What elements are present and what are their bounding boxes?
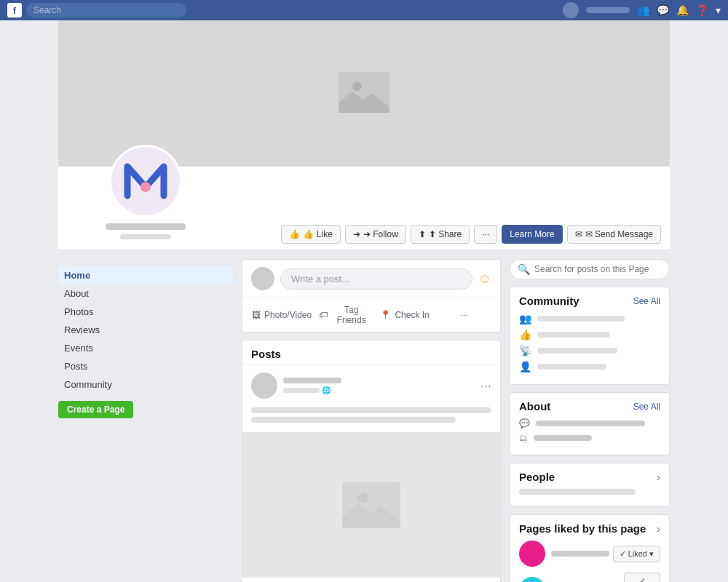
- svg-point-2: [141, 182, 151, 192]
- svg-point-4: [358, 493, 368, 503]
- post-header: 🌐 ···: [251, 372, 491, 399]
- post-author-name-bar: [283, 378, 341, 383]
- follow-button[interactable]: ➜ ➜ Follow: [345, 225, 406, 244]
- svg-point-1: [352, 81, 362, 91]
- like-button[interactable]: 👍 👍 Like: [281, 225, 340, 244]
- tag-friends-button[interactable]: 🏷 Tag Friends: [315, 301, 375, 329]
- community-bar: [537, 316, 625, 322]
- about-see-all[interactable]: See All: [633, 402, 660, 412]
- post-author: 🌐: [251, 372, 341, 399]
- community-bar: [537, 348, 617, 354]
- learn-more-button[interactable]: Learn More: [502, 225, 562, 244]
- liked-button[interactable]: ✓ Liked ▾: [613, 546, 660, 562]
- about-title: About: [519, 400, 550, 412]
- pages-item-left: [519, 577, 624, 582]
- pages-liked-title: Pages liked by this page: [519, 522, 646, 535]
- cover-photo-placeholder-icon: [339, 67, 389, 120]
- people-icon: 👥: [519, 313, 531, 324]
- community-item: 👤: [519, 361, 660, 372]
- composer-avatar: [251, 267, 274, 290]
- page-avatar: [519, 577, 545, 582]
- post-author-avatar: [251, 372, 277, 399]
- people-title: People: [519, 471, 555, 483]
- page-search-input[interactable]: [534, 264, 662, 274]
- check-in-button[interactable]: 📍 Check In: [375, 301, 435, 329]
- post-item: 🌐 ···: [242, 364, 500, 582]
- sidebar-item-home[interactable]: Home: [58, 266, 233, 284]
- post-text: [251, 404, 491, 432]
- post-input[interactable]: Write a post...: [280, 268, 472, 290]
- community-item: 👍: [519, 329, 660, 340]
- community-title: Community: [519, 295, 579, 307]
- sidebar-item-events[interactable]: Events: [58, 339, 233, 357]
- location-about-icon: 🗂: [519, 433, 528, 443]
- nav-right-area: 👥 💬 🔔 ❓ ▾: [563, 2, 721, 18]
- community-item: 👥: [519, 313, 660, 324]
- post-stats: 👍 ❤️ 12 56 Comments 1 Share 1.2K Views: [251, 578, 491, 582]
- pages-item-left: [519, 541, 609, 567]
- liked-button[interactable]: ✓ Liked ▾: [624, 573, 660, 582]
- profile-sub-placeholder: [120, 234, 171, 239]
- photo-video-button[interactable]: 🖼 Photo/Video: [248, 301, 315, 329]
- page-avatar: [519, 541, 545, 567]
- user-name-placeholder: [586, 7, 630, 13]
- sidebar-item-reviews[interactable]: Reviews: [58, 321, 233, 339]
- sidebar-navigation: Home About Photos Reviews Events Posts C…: [58, 266, 233, 394]
- page-wrapper: 👍 👍 Like ➜ ➜ Follow ⬆ ⬆ Share ··· Learn …: [0, 20, 728, 582]
- create-a-page-button[interactable]: Create a Page: [58, 401, 133, 418]
- messenger-icon[interactable]: 💬: [657, 4, 669, 16]
- sidebar-item-about[interactable]: About: [58, 284, 233, 303]
- right-sidebar: 🔍 Community See All 👥 👍 📡: [510, 259, 670, 582]
- more-post-options-button[interactable]: ···: [435, 301, 494, 329]
- friends-icon[interactable]: 👥: [637, 4, 649, 16]
- post-composer-card: Write a post... ☺ 🖼 Photo/Video 🏷 Tag Fr…: [242, 259, 501, 332]
- message-icon: 💬: [519, 418, 530, 428]
- cover-photo: [58, 20, 670, 166]
- more-actions-button[interactable]: ···: [474, 225, 497, 244]
- dropdown-icon[interactable]: ▾: [716, 4, 721, 16]
- about-card: About See All 💬 🗂: [510, 392, 670, 455]
- share-button[interactable]: ⬆ ⬆ Share: [411, 225, 470, 244]
- sidebar-item-community[interactable]: Community: [58, 375, 233, 394]
- page-search-box[interactable]: 🔍: [510, 259, 670, 279]
- community-card: Community See All 👥 👍 📡 👤: [510, 287, 670, 385]
- people-header: People ›: [519, 471, 660, 483]
- community-bar: [537, 364, 606, 370]
- post-more-button[interactable]: ···: [480, 378, 491, 394]
- community-header: Community See All: [519, 295, 660, 307]
- people-card: People ›: [510, 463, 670, 507]
- sidebar-item-posts[interactable]: Posts: [58, 357, 233, 375]
- center-feed: Write a post... ☺ 🖼 Photo/Video 🏷 Tag Fr…: [242, 259, 501, 582]
- text-bar: [251, 417, 456, 423]
- community-see-all[interactable]: See All: [633, 296, 660, 306]
- post-actions: 🖼 Photo/Video 🏷 Tag Friends 📍 Check In ·…: [242, 298, 500, 332]
- globe-icon: 🌐: [322, 386, 331, 394]
- cover-area: [58, 20, 670, 166]
- about-item: 💬: [519, 418, 660, 428]
- text-bar: [251, 407, 491, 413]
- profile-left: [58, 167, 233, 250]
- search-input[interactable]: [26, 3, 186, 17]
- profile-logo-svg: [120, 159, 171, 203]
- about-item: 🗂: [519, 433, 660, 443]
- post-image: [242, 432, 500, 578]
- community-bar: [537, 332, 610, 338]
- pages-item: ✓ Liked ▾: [519, 541, 660, 567]
- photo-icon: 🖼: [252, 310, 261, 320]
- posts-card: Posts 🌐: [242, 340, 501, 582]
- sidebar-item-photos[interactable]: Photos: [58, 303, 233, 321]
- emoji-icon[interactable]: ☺: [478, 271, 491, 287]
- send-message-button[interactable]: ✉ ✉ Send Message: [567, 225, 661, 244]
- help-icon[interactable]: ❓: [696, 4, 708, 16]
- people-bar: [519, 489, 636, 495]
- page-name-bar: [551, 551, 609, 557]
- pages-liked-header: Pages liked by this page ›: [519, 522, 660, 535]
- person-icon: 👤: [519, 361, 531, 372]
- pages-liked-arrow-icon[interactable]: ›: [657, 523, 660, 535]
- people-arrow-icon[interactable]: ›: [657, 471, 660, 483]
- pages-item: ✓ Liked ▾: [519, 573, 660, 582]
- search-icon: 🔍: [518, 263, 530, 275]
- notifications-icon[interactable]: 🔔: [676, 4, 689, 16]
- profile-avatar: [109, 145, 182, 218]
- top-navigation: f 👥 💬 🔔 ❓ ▾: [0, 0, 728, 20]
